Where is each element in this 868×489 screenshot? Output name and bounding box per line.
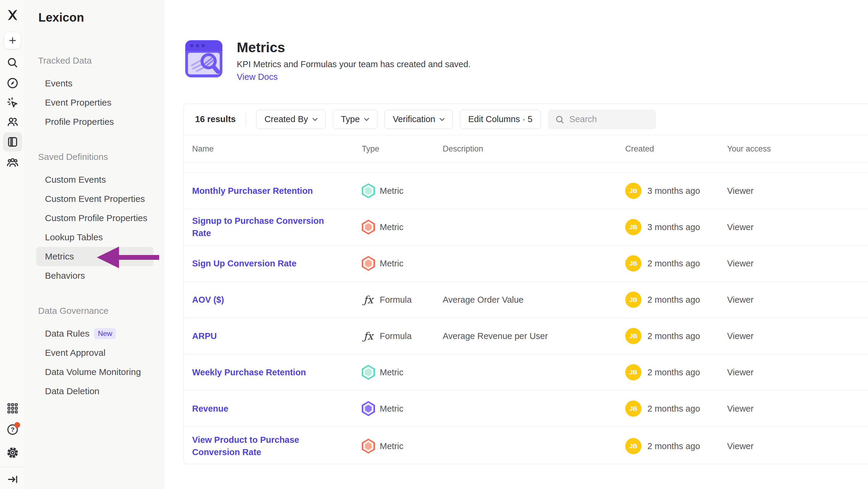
description-cell: Average Order Value (443, 295, 625, 305)
sidebar-item-data-rules[interactable]: Data Rules New (36, 324, 153, 343)
access-cell: Viewer (727, 368, 868, 377)
sidebar-item-events[interactable]: Events (36, 74, 153, 93)
sidebar-item-behaviors[interactable]: Behaviors (36, 266, 153, 285)
filter-toolbar: 16 results Created By Type Verification … (184, 104, 868, 135)
access-cell: Viewer (727, 222, 868, 232)
avatar: JB (625, 328, 642, 344)
metric-name-link[interactable]: Weekly Purchase Retention (192, 368, 306, 377)
metric-type-icon (362, 220, 375, 235)
metric-name-link[interactable]: Revenue (192, 404, 228, 413)
icon-rail: ? (0, 0, 26, 489)
metrics-table-card: 16 results Created By Type Verification … (183, 104, 868, 464)
search-box (548, 110, 647, 129)
metric-type-icon (362, 401, 375, 416)
sidebar-item-lookup-tables[interactable]: Lookup Tables (36, 228, 153, 247)
avatar: JB (625, 292, 642, 308)
help-icon[interactable]: ? (6, 423, 19, 436)
column-header-type: Type (362, 144, 443, 153)
description-cell: Average Revenue per User (443, 331, 625, 341)
avatar: JB (625, 255, 642, 271)
access-cell: Viewer (727, 259, 868, 268)
verification-filter[interactable]: Verification (384, 110, 453, 129)
table-row[interactable]: Signup to Purchase Conversion Rate Metri… (184, 209, 868, 246)
svg-text:?: ? (11, 426, 15, 433)
sidebar-item-custom-profile-properties[interactable]: Custom Profile Properties (36, 208, 153, 228)
view-docs-link[interactable]: View Docs (237, 71, 278, 83)
table-row[interactable]: Weekly Purchase Retention Metric JB2 mon… (184, 354, 868, 391)
metric-name-link[interactable]: Sign Up Conversion Rate (192, 259, 297, 268)
main-content: Metrics KPI Metrics and Formulas your te… (164, 0, 868, 489)
lexicon-screen: ? Lexicon Tracked Data Events Event Prop… (0, 0, 868, 489)
metric-name-link[interactable]: View Product to Purchase Conversion Rate (192, 435, 299, 457)
chevron-down-icon (364, 118, 369, 121)
section-header-saved-definitions: Saved Definitions (26, 147, 163, 167)
created-by-filter[interactable]: Created By (256, 110, 326, 129)
search-icon (555, 115, 565, 124)
metric-name-link[interactable]: Monthly Purchaser Retention (192, 186, 313, 196)
access-cell: Viewer (727, 404, 868, 414)
lexicon-book-icon[interactable] (3, 132, 22, 151)
access-cell: Viewer (727, 295, 868, 305)
sidebar-title: Lexicon (38, 10, 163, 25)
column-header-your-access: Your access (727, 144, 868, 153)
users-icon[interactable] (7, 116, 19, 128)
table-row[interactable]: Monthly Purchaser Retention Metric JB3 m… (184, 173, 868, 209)
table-row[interactable]: ARPU Formula Average Revenue per User JB… (184, 318, 868, 354)
gear-icon[interactable] (6, 447, 19, 459)
lexicon-sidebar: Lexicon Tracked Data Events Event Proper… (26, 0, 164, 489)
sidebar-item-custom-events[interactable]: Custom Events (36, 170, 153, 189)
sidebar-item-event-properties[interactable]: Event Properties (36, 93, 153, 112)
team-icon[interactable] (7, 156, 19, 168)
cursor-click-icon[interactable] (7, 96, 19, 109)
sidebar-item-profile-properties[interactable]: Profile Properties (36, 112, 153, 132)
sidebar-item-data-volume-monitoring[interactable]: Data Volume Monitoring (36, 363, 153, 382)
compass-icon[interactable] (7, 77, 19, 89)
create-new-button[interactable] (4, 32, 21, 49)
access-cell: Viewer (727, 331, 868, 341)
clipped-scrolled-row (184, 163, 868, 173)
column-header-created: Created (625, 144, 727, 153)
section-header-data-governance: Data Governance (26, 301, 163, 320)
metric-type-icon (362, 365, 375, 380)
table-header-row: Name Type Description Created Your acces… (184, 135, 868, 163)
sidebar-item-data-deletion[interactable]: Data Deletion (36, 382, 153, 401)
section-header-tracked-data: Tracked Data (26, 51, 163, 70)
metric-name-link[interactable]: Signup to Purchase Conversion Rate (192, 216, 324, 238)
notification-dot (14, 422, 20, 428)
column-header-name: Name (192, 144, 362, 153)
new-badge: New (94, 328, 116, 339)
metrics-app-icon (183, 38, 225, 80)
access-cell: Viewer (727, 441, 868, 451)
metric-name-link[interactable]: AOV ($) (192, 295, 224, 305)
metric-type-icon (362, 183, 375, 198)
page-title: Metrics (237, 39, 471, 56)
metric-type-icon (362, 256, 375, 271)
avatar: JB (625, 364, 642, 380)
chevron-down-icon (439, 118, 445, 121)
column-header-description: Description (443, 144, 625, 153)
chevron-down-icon (312, 118, 318, 121)
formula-type-icon (362, 292, 375, 307)
metric-name-link[interactable]: ARPU (192, 331, 217, 341)
table-row[interactable]: View Product to Purchase Conversion Rate… (184, 427, 868, 464)
results-count: 16 results (195, 114, 236, 124)
edit-columns-button[interactable]: Edit Columns · 5 (460, 110, 540, 129)
sign-in-icon[interactable] (7, 474, 18, 485)
sidebar-item-metrics[interactable]: Metrics (36, 247, 153, 266)
avatar: JB (625, 219, 642, 235)
mixpanel-logo[interactable] (6, 8, 20, 22)
metric-type-icon (362, 439, 375, 454)
sidebar-item-event-approval[interactable]: Event Approval (36, 343, 153, 363)
page-header: Metrics KPI Metrics and Formulas your te… (183, 38, 471, 83)
rail-divider (0, 467, 25, 467)
page-description: KPI Metrics and Formulas your team has c… (237, 58, 471, 70)
search-nav-icon[interactable] (7, 57, 19, 69)
type-filter[interactable]: Type (333, 110, 378, 129)
plus-icon (8, 36, 17, 45)
table-row[interactable]: Sign Up Conversion Rate Metric JB2 month… (184, 246, 868, 282)
apps-grid-icon[interactable] (7, 402, 19, 414)
table-row[interactable]: Revenue Metric JB2 months ago Viewer (184, 391, 868, 427)
table-row[interactable]: AOV ($) Formula Average Order Value JB2 … (184, 282, 868, 318)
sidebar-item-custom-event-properties[interactable]: Custom Event Properties (36, 189, 153, 208)
formula-type-icon (362, 328, 375, 344)
